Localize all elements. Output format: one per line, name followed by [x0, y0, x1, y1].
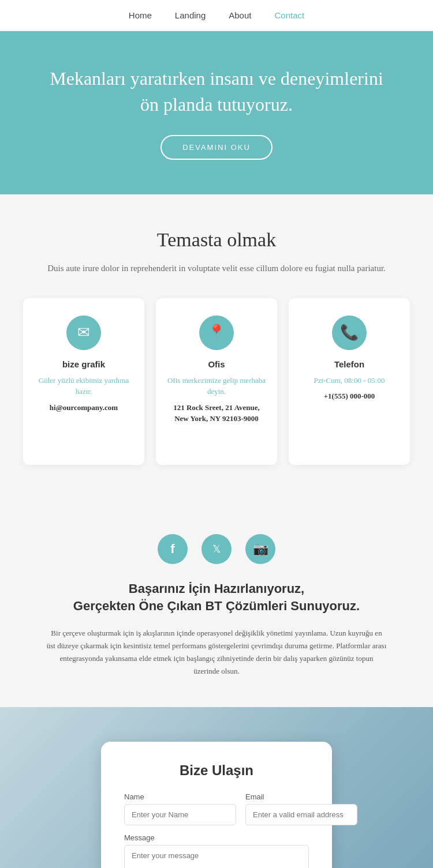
form-email-group: Email — [245, 792, 357, 825]
instagram-icon[interactable]: 📷 — [245, 534, 275, 564]
card-email-title: bize grafik — [35, 359, 133, 369]
form-message-group: Message — [124, 833, 309, 868]
contact-info-section: Temasta olmak Duis aute irure dolor in r… — [0, 194, 433, 499]
card-office-detail: 121 Rock Sreet, 21 Avenue,New York, NY 9… — [167, 402, 266, 424]
message-input[interactable] — [124, 845, 309, 868]
contact-cards: ✉ bize grafik Güler yüzlü ekibimiz yardı… — [23, 298, 410, 465]
card-email-link: Güler yüzlü ekibimiz yardıma hazır. — [35, 375, 133, 397]
email-input[interactable] — [245, 804, 357, 825]
name-label: Name — [124, 792, 236, 801]
hero-section: Mekanları yaratırken insanı ve deneyimle… — [0, 31, 433, 194]
form-name-group: Name — [124, 792, 236, 825]
social-section: f 𝕏 📷 Başarınız İçin Hazırlanıyoruz,Gerç… — [0, 499, 433, 707]
hero-button[interactable]: DEVAMINI OKU — [160, 135, 273, 160]
form-name-email-row: Name Email — [124, 792, 309, 825]
email-icon: ✉ — [66, 315, 101, 350]
nav-home[interactable]: Home — [129, 10, 152, 20]
card-office-title: Ofis — [167, 359, 266, 369]
card-phone-link: Pzt-Cum, 08:00 - 05:00 — [300, 375, 398, 386]
hero-title: Mekanları yaratırken insanı ve deneyimle… — [46, 66, 387, 118]
card-phone: 📞 Telefon Pzt-Cum, 08:00 - 05:00 +1(555)… — [289, 298, 410, 465]
email-label: Email — [245, 792, 357, 801]
card-phone-detail: +1(555) 000-000 — [300, 390, 398, 402]
card-phone-title: Telefon — [300, 359, 398, 369]
twitter-icon[interactable]: 𝕏 — [201, 534, 232, 564]
form-section: Bize Ulaşın Name Email Message Gallery — [0, 707, 433, 868]
nav-about[interactable]: About — [229, 10, 251, 20]
card-office-link: Ofis merkezimize gelip merhaba deyin. — [167, 375, 266, 397]
navbar: Home Landing About Contact — [0, 0, 433, 31]
social-title: Başarınız İçin Hazırlanıyoruz,Gerçekten … — [46, 580, 387, 616]
message-label: Message — [124, 833, 309, 842]
nav-landing[interactable]: Landing — [175, 10, 206, 20]
form-card: Bize Ulaşın Name Email Message Gallery — [101, 742, 332, 868]
card-email: ✉ bize grafik Güler yüzlü ekibimiz yardı… — [23, 298, 144, 465]
card-office: 📍 Ofis Ofis merkezimize gelip merhaba de… — [156, 298, 277, 465]
phone-icon: 📞 — [332, 315, 367, 350]
contact-title: Temasta olmak — [23, 229, 410, 251]
form-title: Bize Ulaşın — [124, 762, 309, 779]
social-icons-row: f 𝕏 📷 — [46, 534, 387, 564]
nav-contact[interactable]: Contact — [274, 10, 304, 20]
facebook-icon[interactable]: f — [158, 534, 188, 564]
location-icon: 📍 — [199, 315, 234, 350]
name-input[interactable] — [124, 804, 236, 825]
social-description: Bir çerçeve oluşturmak için iş akışların… — [46, 627, 387, 678]
contact-description: Duis aute irure dolor in reprehenderit i… — [23, 261, 410, 275]
card-email-detail: hi@ourcompany.com — [35, 402, 133, 414]
